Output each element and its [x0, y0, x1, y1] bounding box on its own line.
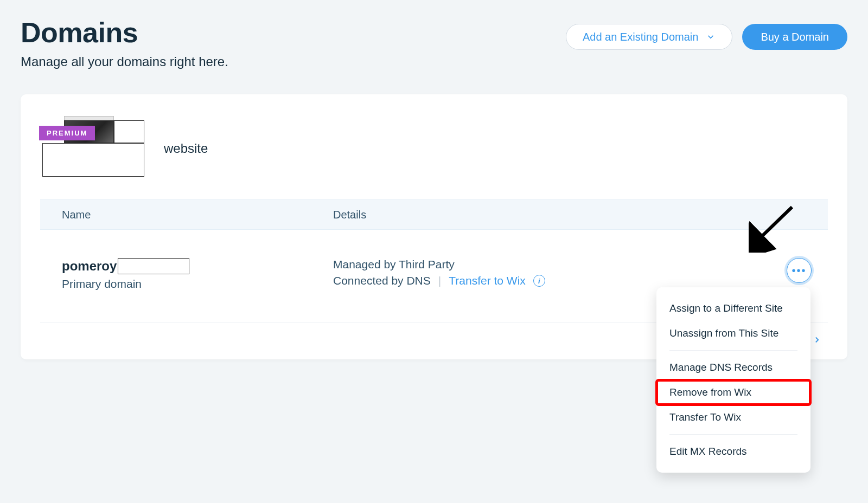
details-cell: Managed by Third Party Connected by DNS …: [333, 258, 806, 287]
menu-item[interactable]: Remove from Wix: [656, 380, 810, 405]
add-existing-domain-label: Add an Existing Domain: [583, 31, 698, 43]
domain-cell: pomeroy Primary domain: [62, 258, 333, 291]
transfer-to-wix-link[interactable]: Transfer to Wix: [449, 274, 526, 287]
domains-table: Name Details pomeroy Primary domain Mana…: [40, 199, 828, 347]
column-name: Name: [62, 209, 333, 221]
column-details: Details: [333, 209, 806, 221]
buy-domain-button[interactable]: Buy a Domain: [742, 24, 847, 50]
menu-item[interactable]: Manage DNS Records: [656, 355, 810, 380]
domain-subtext: Primary domain: [62, 278, 333, 291]
separator: |: [438, 274, 441, 287]
more-actions-menu: Assign to a Different SiteUnassign from …: [656, 287, 810, 473]
more-actions-button[interactable]: •••: [787, 258, 812, 283]
connected-text: Connected by DNS: [333, 274, 431, 287]
header-actions: Add an Existing Domain Buy a Domain: [566, 24, 847, 50]
menu-item[interactable]: Unassign from This Site: [656, 321, 810, 346]
menu-item[interactable]: Transfer To Wix: [656, 405, 810, 430]
site-thumbnail: PREMIUM: [42, 120, 144, 177]
details-managed: Managed by Third Party: [333, 258, 806, 271]
domain-name: pomeroy: [62, 259, 117, 274]
site-name: website: [164, 141, 208, 156]
chevron-down-icon: [706, 32, 716, 42]
title-block: Domains Manage all your domains right he…: [21, 16, 228, 69]
menu-item[interactable]: Assign to a Different Site: [656, 296, 810, 321]
page-header: Domains Manage all your domains right he…: [21, 16, 847, 69]
info-icon[interactable]: i: [533, 275, 545, 287]
premium-badge: PREMIUM: [39, 126, 95, 140]
menu-separator: [669, 434, 797, 435]
add-existing-domain-button[interactable]: Add an Existing Domain: [566, 24, 732, 50]
menu-item[interactable]: Edit MX Records: [656, 439, 810, 464]
chevron-right-icon[interactable]: [809, 332, 825, 347]
page-title: Domains: [21, 16, 228, 49]
page-subtitle: Manage all your domains right here.: [21, 54, 228, 69]
domains-card: PREMIUM website Name Details pomeroy Pri…: [21, 94, 847, 359]
site-row: PREMIUM website: [42, 120, 828, 177]
table-header: Name Details: [40, 199, 828, 230]
menu-separator: [669, 350, 797, 351]
table-row: pomeroy Primary domain Managed by Third …: [40, 230, 828, 323]
redacted-box: [118, 258, 189, 274]
domain-name-line: pomeroy: [62, 258, 333, 274]
details-connection: Connected by DNS | Transfer to Wix i: [333, 274, 806, 287]
